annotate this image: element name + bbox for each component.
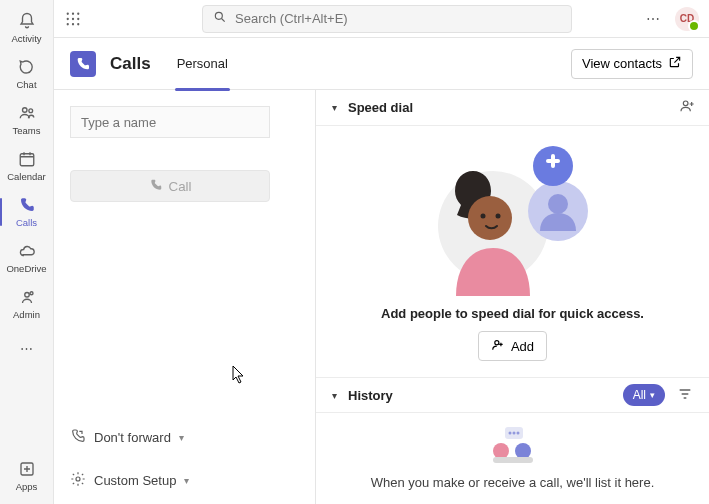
chevron-down-icon: ▾ (179, 432, 184, 443)
more-rail-icon[interactable]: ⋯ (17, 338, 37, 358)
svg-point-12 (67, 23, 69, 25)
svg-point-15 (215, 12, 222, 19)
chat-icon (17, 57, 37, 77)
svg-point-6 (67, 12, 69, 14)
svg-point-33 (515, 443, 531, 459)
view-contacts-label: View contacts (582, 56, 662, 71)
svg-point-9 (67, 17, 69, 19)
calls-title-icon (70, 51, 96, 77)
history-filter-all[interactable]: All ▾ (623, 384, 665, 406)
topbar: ⋯ CD (54, 0, 709, 38)
forward-setting[interactable]: Don't forward ▾ (70, 422, 299, 453)
collapse-toggle-icon[interactable]: ▾ (328, 390, 340, 401)
collapse-toggle-icon[interactable]: ▾ (328, 102, 340, 113)
person-add-icon (491, 338, 505, 355)
cloud-icon (17, 241, 37, 261)
rail-label: Chat (16, 79, 36, 90)
popout-icon (668, 55, 682, 72)
chevron-down-icon: ▾ (650, 390, 655, 400)
rail-label: Admin (13, 309, 40, 320)
add-speed-dial-button[interactable]: Add (478, 331, 547, 361)
rail-admin[interactable]: Admin (0, 282, 54, 326)
rail-apps[interactable]: Apps (0, 454, 54, 498)
svg-point-4 (30, 292, 33, 295)
svg-rect-34 (493, 457, 533, 463)
page-title: Calls (110, 54, 151, 74)
svg-point-29 (508, 432, 511, 435)
svg-point-31 (516, 432, 519, 435)
phone-icon (149, 178, 163, 195)
app-rail: Activity Chat Teams Calendar Calls OneDr… (0, 0, 54, 504)
view-contacts-button[interactable]: View contacts (571, 49, 693, 79)
speed-dial-illustration (418, 136, 608, 296)
admin-icon (17, 287, 37, 307)
svg-point-17 (683, 101, 688, 106)
rail-calendar[interactable]: Calendar (0, 144, 54, 188)
rail-label: Activity (11, 33, 41, 44)
filter-all-label: All (633, 388, 646, 402)
people-icon (17, 103, 37, 123)
waffle-icon[interactable] (64, 10, 82, 28)
phone-icon (17, 195, 37, 215)
rail-label: OneDrive (6, 263, 46, 274)
svg-rect-23 (551, 154, 555, 168)
user-avatar[interactable]: CD (675, 7, 699, 31)
rail-teams[interactable]: Teams (0, 98, 54, 142)
speed-dial-header: ▾ Speed dial (316, 90, 709, 126)
svg-point-14 (77, 23, 79, 25)
rail-label: Calls (16, 217, 37, 228)
rail-label: Teams (13, 125, 41, 136)
svg-point-3 (24, 293, 29, 298)
history-empty-text: When you make or receive a call, we'll l… (371, 475, 655, 490)
forward-label: Don't forward (94, 430, 171, 445)
svg-point-0 (22, 108, 27, 113)
search-icon (213, 10, 227, 27)
svg-point-13 (72, 23, 74, 25)
add-contact-icon[interactable] (677, 96, 697, 119)
rail-calls[interactable]: Calls (0, 190, 54, 234)
tab-personal[interactable]: Personal (175, 38, 230, 90)
history-illustration (483, 425, 543, 465)
speed-dial-title: Speed dial (348, 100, 669, 115)
page-header: Calls Personal View contacts (54, 38, 709, 90)
more-icon[interactable]: ⋯ (642, 7, 665, 31)
svg-point-16 (76, 477, 80, 481)
filter-icon[interactable] (673, 386, 697, 405)
rail-label: Apps (16, 481, 38, 492)
history-title: History (348, 388, 615, 403)
svg-rect-2 (20, 154, 34, 166)
gear-icon (70, 471, 86, 490)
call-label: Call (169, 179, 192, 194)
apps-icon (17, 459, 37, 479)
type-name-input[interactable] (70, 106, 270, 138)
svg-point-20 (548, 194, 568, 214)
svg-point-1 (28, 109, 32, 113)
rail-label: Calendar (7, 171, 46, 182)
calendar-icon (17, 149, 37, 169)
history-header: ▾ History All ▾ (316, 377, 709, 413)
forward-icon (70, 428, 86, 447)
svg-point-8 (77, 12, 79, 14)
svg-point-10 (72, 17, 74, 19)
dial-panel: Call Don't forward ▾ Custom Setup ▾ (54, 90, 316, 504)
call-button[interactable]: Call (70, 170, 270, 202)
svg-point-24 (468, 196, 512, 240)
rail-activity[interactable]: Activity (0, 6, 54, 50)
svg-point-32 (493, 443, 509, 459)
custom-setup-label: Custom Setup (94, 473, 176, 488)
svg-point-7 (72, 12, 74, 14)
chevron-down-icon: ▾ (184, 475, 189, 486)
add-label: Add (511, 339, 534, 354)
rail-onedrive[interactable]: OneDrive (0, 236, 54, 280)
svg-point-27 (495, 340, 499, 344)
search-box[interactable] (202, 5, 572, 33)
svg-point-30 (512, 432, 515, 435)
svg-point-26 (495, 214, 500, 219)
bell-icon (17, 11, 37, 31)
speed-dial-prompt: Add people to speed dial for quick acces… (381, 306, 644, 321)
rail-chat[interactable]: Chat (0, 52, 54, 96)
search-input[interactable] (235, 11, 561, 26)
custom-setup[interactable]: Custom Setup ▾ (70, 465, 299, 496)
svg-point-25 (480, 214, 485, 219)
svg-point-11 (77, 17, 79, 19)
